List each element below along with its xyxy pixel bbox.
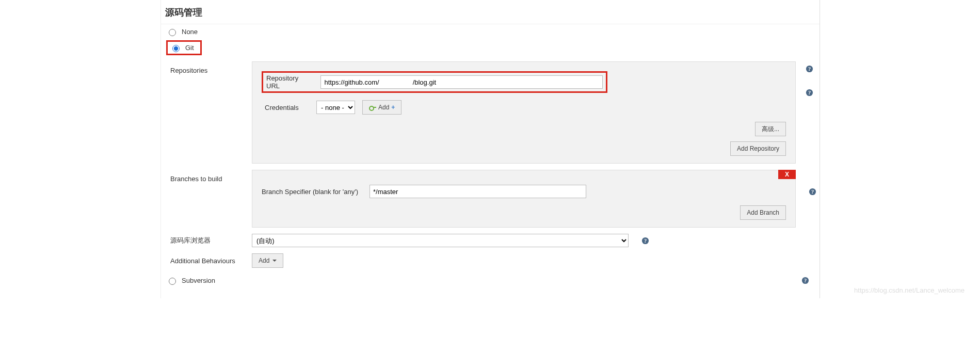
additional-behaviours-label: Additional Behaviours [170,257,243,265]
repo-browser-label: 源码库浏览器 [170,236,243,245]
branch-specifier-input[interactable] [369,185,586,198]
svg-text:?: ? [808,66,810,72]
radio-none-label: None [182,28,198,36]
repo-url-highlight: Repository URL [262,71,607,93]
scm-option-none[interactable]: None [161,24,820,39]
radio-git[interactable] [172,45,180,52]
credentials-select[interactable]: - none - [316,101,355,114]
credentials-label: Credentials [262,104,309,111]
add-branch-button[interactable]: Add Branch [740,205,786,220]
branches-label: Branches to build [170,170,243,183]
help-icon[interactable]: ? [805,65,813,73]
branches-panel: X Branch Specifier (blank for 'any') Add… [252,170,796,228]
advanced-button[interactable]: 高级... [755,122,786,136]
repo-url-input[interactable] [320,75,603,89]
radio-none[interactable] [169,29,176,36]
radio-subversion[interactable] [169,278,176,285]
svg-text:?: ? [644,238,646,244]
svg-text:?: ? [811,189,813,195]
radio-git-label: Git [185,44,194,52]
radio-subversion-label: Subversion [182,277,215,284]
scm-option-git[interactable]: Git [166,40,202,55]
help-icon[interactable]: ? [805,88,813,97]
repositories-label: Repositories [170,61,243,74]
scm-option-subversion[interactable]: Subversion ? [161,273,820,288]
branch-specifier-label: Branch Specifier (blank for 'any') [262,188,362,196]
repo-url-label: Repository URL [266,74,313,90]
add-repository-button[interactable]: Add Repository [730,141,786,156]
add-behaviour-button[interactable]: Add [252,253,283,268]
repositories-panel: Repository URL Credentials - none - Add+ [252,61,796,164]
remove-branch-button[interactable]: X [778,170,796,179]
repo-browser-select[interactable]: (自动) [252,234,629,247]
section-title: 源码管理 [161,0,820,24]
help-icon[interactable]: ? [641,236,649,245]
svg-text:?: ? [808,90,810,95]
key-icon [369,105,376,110]
watermark: https://blog.csdn.net/Lance_welcome [854,286,965,294]
svg-text:?: ? [804,278,806,283]
credentials-add-button[interactable]: Add+ [362,100,401,115]
help-icon[interactable]: ? [801,277,809,285]
help-icon[interactable]: ? [808,187,816,196]
